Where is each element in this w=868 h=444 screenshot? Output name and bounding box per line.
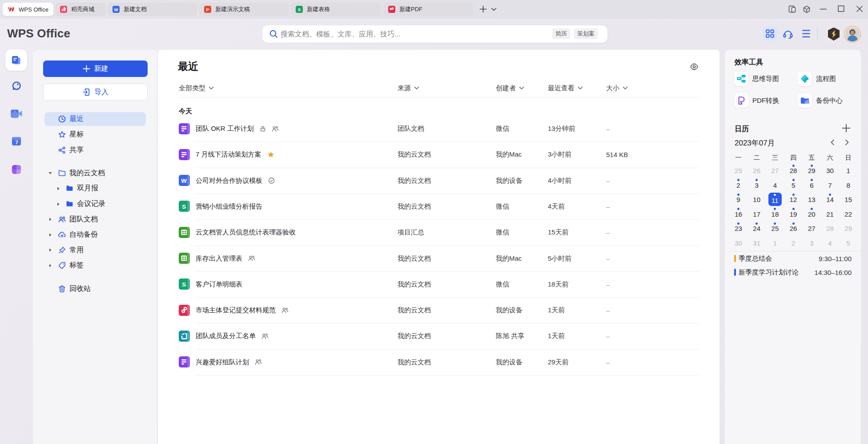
svg-text:S: S: [182, 203, 186, 210]
svg-text:W: W: [114, 7, 118, 12]
svg-text:S: S: [298, 7, 301, 12]
svg-text:P: P: [206, 7, 209, 12]
svg-text:W: W: [181, 178, 187, 184]
svg-text:7: 7: [15, 140, 18, 145]
svg-text:S: S: [182, 281, 186, 288]
